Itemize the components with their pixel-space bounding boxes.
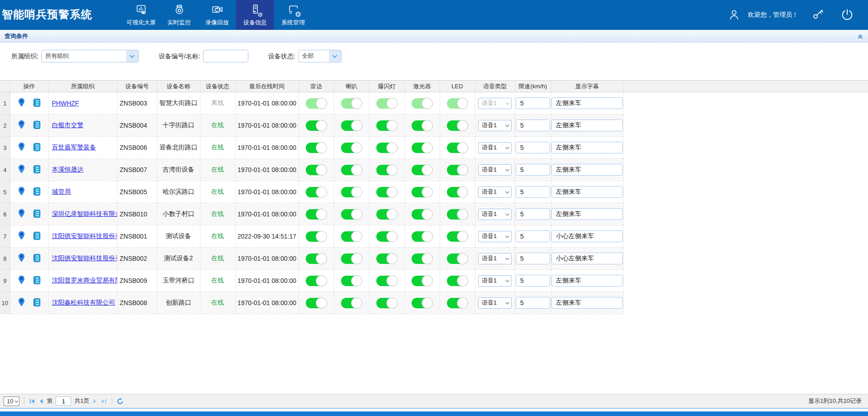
location-pin-icon[interactable] — [18, 98, 25, 109]
subtitle-input[interactable] — [551, 297, 623, 309]
collapse-icon[interactable] — [857, 33, 863, 39]
speed-limit-input[interactable] — [516, 297, 550, 309]
led-toggle[interactable] — [447, 165, 468, 175]
speed-limit-input[interactable] — [516, 164, 550, 176]
laser-toggle[interactable] — [412, 98, 432, 109]
org-link[interactable]: 沈阳德安智能科技股份有 — [52, 232, 118, 239]
voice-type-select[interactable]: 语音1 — [478, 186, 512, 198]
strobe-toggle[interactable] — [376, 98, 397, 109]
voice-type-select[interactable]: 语音1 — [478, 297, 512, 309]
subtitle-input[interactable] — [551, 208, 623, 220]
location-pin-icon[interactable] — [18, 164, 25, 175]
horn-toggle[interactable] — [341, 120, 362, 131]
status-select[interactable]: 全部 — [298, 50, 342, 62]
laser-toggle[interactable] — [412, 165, 432, 175]
nav-item-visual-screen[interactable]: 可视化大屏 — [122, 0, 160, 30]
page-size-select[interactable]: 10 — [4, 397, 19, 406]
key-icon[interactable] — [812, 8, 825, 22]
strobe-toggle[interactable] — [376, 276, 397, 286]
voice-type-select[interactable]: 语音1 — [478, 253, 512, 264]
speed-limit-input[interactable] — [516, 230, 550, 242]
org-link[interactable]: 城管局 — [52, 188, 71, 195]
org-link[interactable]: 沈阳鑫松科技有限公司 — [52, 299, 115, 306]
voice-type-select[interactable]: 语音1 — [478, 164, 512, 176]
speed-limit-input[interactable] — [516, 208, 550, 220]
detail-list-icon[interactable] — [33, 187, 41, 197]
led-toggle[interactable] — [447, 187, 468, 197]
detail-list-icon[interactable] — [33, 298, 41, 308]
subtitle-input[interactable] — [551, 164, 623, 176]
radar-toggle[interactable] — [306, 276, 327, 286]
subtitle-input[interactable] — [551, 230, 623, 242]
detail-list-icon[interactable] — [33, 120, 41, 131]
speed-limit-input[interactable] — [516, 120, 550, 131]
location-pin-icon[interactable] — [18, 275, 25, 286]
radar-toggle[interactable] — [306, 98, 327, 109]
subtitle-input[interactable] — [551, 97, 623, 109]
horn-toggle[interactable] — [341, 98, 362, 109]
horn-toggle[interactable] — [341, 187, 362, 197]
horn-toggle[interactable] — [341, 276, 362, 286]
strobe-toggle[interactable] — [376, 231, 397, 242]
refresh-icon[interactable] — [117, 398, 123, 405]
led-toggle[interactable] — [447, 298, 468, 308]
subtitle-input[interactable] — [551, 253, 623, 264]
org-link[interactable]: 沈阳普罗米商业贸易有限 — [52, 277, 118, 284]
speed-limit-input[interactable] — [516, 275, 550, 287]
strobe-toggle[interactable] — [376, 253, 397, 264]
horn-toggle[interactable] — [341, 253, 362, 264]
org-link[interactable]: 百世盾军警装备 — [52, 143, 96, 151]
detail-list-icon[interactable] — [33, 165, 41, 175]
strobe-toggle[interactable] — [376, 165, 397, 175]
detail-list-icon[interactable] — [33, 231, 41, 242]
led-toggle[interactable] — [447, 209, 468, 220]
device-code-input[interactable] — [203, 50, 248, 62]
detail-list-icon[interactable] — [33, 253, 41, 264]
laser-toggle[interactable] — [412, 187, 432, 197]
detail-list-icon[interactable] — [33, 143, 41, 153]
org-select[interactable]: 所有组织 — [41, 50, 139, 62]
speed-limit-input[interactable] — [516, 253, 550, 264]
detail-list-icon[interactable] — [33, 209, 41, 220]
subtitle-input[interactable] — [551, 275, 623, 287]
strobe-toggle[interactable] — [376, 298, 397, 308]
subtitle-input[interactable] — [551, 142, 623, 153]
subtitle-input[interactable] — [551, 186, 623, 198]
next-page-button[interactable] — [93, 398, 98, 404]
speed-limit-input[interactable] — [516, 186, 550, 198]
strobe-toggle[interactable] — [376, 187, 397, 197]
org-link[interactable]: 沈阳德安智能科技股份有 — [52, 254, 118, 262]
strobe-toggle[interactable] — [376, 143, 397, 153]
location-pin-icon[interactable] — [18, 253, 25, 264]
led-toggle[interactable] — [447, 253, 468, 264]
voice-type-select[interactable]: 语音1 — [478, 231, 512, 242]
led-toggle[interactable] — [447, 276, 468, 286]
subtitle-input[interactable] — [551, 120, 623, 131]
org-link[interactable]: 深圳亿录智能科技有限公 — [52, 210, 118, 217]
detail-list-icon[interactable] — [33, 98, 41, 109]
strobe-toggle[interactable] — [376, 209, 397, 220]
location-pin-icon[interactable] — [18, 142, 25, 153]
strobe-toggle[interactable] — [376, 120, 397, 131]
led-toggle[interactable] — [447, 143, 468, 153]
last-page-button[interactable] — [101, 398, 107, 404]
nav-item-system-manage[interactable]: ⚙ 系统管理 — [274, 0, 312, 30]
location-pin-icon[interactable] — [18, 209, 25, 220]
radar-toggle[interactable] — [306, 165, 327, 175]
radar-toggle[interactable] — [306, 143, 327, 153]
speed-limit-input[interactable] — [516, 142, 550, 153]
radar-toggle[interactable] — [306, 187, 327, 197]
location-pin-icon[interactable] — [18, 297, 25, 308]
location-pin-icon[interactable] — [18, 186, 25, 197]
org-link[interactable]: 白银市交警 — [52, 121, 84, 129]
voice-type-select[interactable]: 语音1 — [478, 209, 512, 220]
laser-toggle[interactable] — [412, 143, 432, 153]
horn-toggle[interactable] — [341, 231, 362, 242]
laser-toggle[interactable] — [412, 253, 432, 264]
location-pin-icon[interactable] — [18, 120, 25, 131]
voice-type-select[interactable]: 语音1 — [478, 120, 512, 131]
org-link[interactable]: 本溪恒晟达 — [52, 166, 84, 173]
org-link[interactable]: PHWHZF — [52, 100, 79, 107]
page-number-input[interactable] — [56, 397, 71, 406]
location-pin-icon[interactable] — [18, 231, 25, 242]
